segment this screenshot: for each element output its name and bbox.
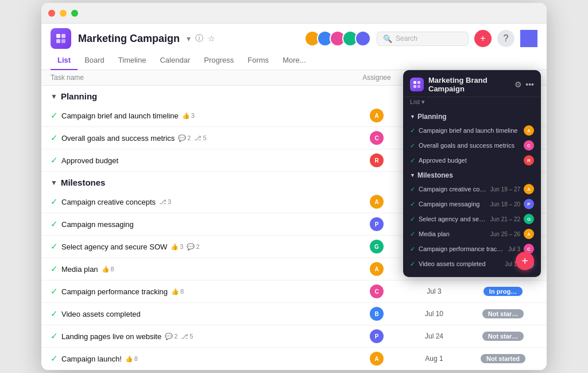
sp-section-planning-label: Planning xyxy=(417,113,447,121)
tab-progress[interactable]: Progress xyxy=(197,51,241,70)
avatar-5 xyxy=(355,30,371,47)
due-date: Jul 24 xyxy=(400,332,469,340)
tab-calendar[interactable]: Calendar xyxy=(153,51,197,70)
tab-more[interactable]: More... xyxy=(276,51,312,70)
search-bar[interactable]: 🔍 Search xyxy=(377,32,469,46)
check-icon: ✓ xyxy=(51,133,58,143)
avatar: P xyxy=(370,217,384,231)
svg-rect-5 xyxy=(417,81,420,84)
check-icon: ✓ xyxy=(51,241,58,252)
star-icon[interactable]: ☆ xyxy=(208,34,215,43)
sp-section-milestones[interactable]: ▼ Milestones xyxy=(403,168,541,182)
dropdown-icon[interactable]: ▾ xyxy=(187,34,191,43)
sp-check-icon: ✓ xyxy=(410,186,415,193)
minimize-dot[interactable] xyxy=(60,10,67,17)
list-item[interactable]: ✓ Campaign messaging Jun 18 – 20 P xyxy=(403,197,541,212)
check-icon: ✓ xyxy=(51,286,58,297)
avatar: A xyxy=(370,195,384,209)
due-date: Jul 3 xyxy=(400,287,469,295)
sp-task-name: Media plan xyxy=(419,230,487,237)
check-icon: ✓ xyxy=(51,110,58,121)
info-icon[interactable]: ⓘ xyxy=(195,33,203,44)
side-panel-actions: ⚙ ••• xyxy=(514,80,534,89)
task-name: Media plan xyxy=(61,265,98,274)
status-badge: Not started xyxy=(481,354,525,363)
check-icon: ✓ xyxy=(51,264,58,274)
header-right: 🔍 Search + ? xyxy=(304,30,537,47)
task-name: Campaign brief and launch timeline xyxy=(61,111,179,120)
check-icon: ✓ xyxy=(51,219,58,229)
sp-date: Jun 21 – 22 xyxy=(490,216,520,222)
likes-icon: 👍 3 xyxy=(171,243,183,251)
sp-date: Jun 18 – 20 xyxy=(490,201,520,207)
subtasks-icon: ⎇ 5 xyxy=(181,333,193,340)
sp-task-name: Campaign performance track… xyxy=(419,245,505,252)
list-item[interactable]: ✓ Overall goals and success metrics C xyxy=(403,138,541,153)
chevron-down-icon: ▼ xyxy=(51,179,57,187)
sp-date: Jun 25 – 26 xyxy=(490,231,520,237)
check-icon: ✓ xyxy=(51,353,58,364)
task-name: Campaign launch! xyxy=(61,355,122,363)
list-item[interactable]: ✓ Select agency and secu… Jun 21 – 22 G xyxy=(403,212,541,226)
sp-section-milestones-label: Milestones xyxy=(417,171,453,179)
list-item[interactable]: ✓ Campaign creative conc… Jun 19 – 27 A xyxy=(403,182,541,197)
settings-icon[interactable]: ⚙ xyxy=(514,80,522,89)
check-icon: ✓ xyxy=(51,331,58,341)
sp-check-icon: ✓ xyxy=(410,230,415,238)
tab-board[interactable]: Board xyxy=(78,51,111,70)
section-planning-label: Planning xyxy=(61,91,97,101)
sp-task-name: Campaign brief and launch timeline xyxy=(419,127,520,134)
avatar: P xyxy=(370,329,384,343)
title-bar xyxy=(41,3,547,24)
fab-add-button[interactable]: + xyxy=(516,252,534,270)
help-button[interactable]: ? xyxy=(497,30,514,47)
nav-tabs: List Board Timeline Calendar Progress Fo… xyxy=(41,51,547,70)
avatar: C xyxy=(370,284,384,298)
svg-rect-4 xyxy=(413,81,416,84)
check-icon: ✓ xyxy=(51,155,58,166)
task-name: Overall goals and success metrics xyxy=(61,134,175,143)
more-icon[interactable]: ••• xyxy=(525,80,534,89)
add-button[interactable]: + xyxy=(474,30,492,47)
table-row[interactable]: ✓ Video assets completed B Jul 10 Not st… xyxy=(41,303,547,325)
search-icon: 🔍 xyxy=(383,34,392,43)
sp-chevron-icon: ▼ xyxy=(410,114,415,120)
svg-rect-7 xyxy=(417,85,420,88)
close-dot[interactable] xyxy=(48,10,55,17)
side-panel: Marketing Brand Campaign ⚙ ••• List ▾ ▼ … xyxy=(403,70,541,277)
maximize-dot[interactable] xyxy=(71,10,78,17)
side-panel-header: Marketing Brand Campaign ⚙ ••• xyxy=(403,70,541,97)
tab-list[interactable]: List xyxy=(51,51,78,70)
table-row[interactable]: ✓ Campaign launch! 👍 8 A Aug 1 Not start… xyxy=(41,348,547,370)
list-item[interactable]: ✓ Approved budget R xyxy=(403,153,541,168)
likes-icon: 👍 8 xyxy=(102,266,114,273)
sp-avatar: A xyxy=(524,229,534,239)
sp-check-icon: ✓ xyxy=(410,157,415,164)
avatar: G xyxy=(370,240,384,253)
comments-icon: 💬 2 xyxy=(165,333,177,340)
table-row[interactable]: ✓ Landing pages live on website 💬 2 ⎇ 5 … xyxy=(41,325,547,348)
sp-task-name: Approved budget xyxy=(419,157,520,164)
status-badge: Not star… xyxy=(482,332,524,341)
avatar: A xyxy=(370,352,384,366)
table-row[interactable]: ✓ Campaign performance tracking 👍 8 C Ju… xyxy=(41,280,547,303)
tab-timeline[interactable]: Timeline xyxy=(111,51,153,70)
sp-section-planning[interactable]: ▼ Planning xyxy=(403,109,541,123)
user-avatar[interactable] xyxy=(520,30,537,47)
tab-forms[interactable]: Forms xyxy=(241,51,276,70)
task-name: Campaign performance tracking xyxy=(61,287,168,296)
sp-check-icon: ✓ xyxy=(410,201,415,208)
sp-task-name: Campaign creative conc… xyxy=(419,186,487,193)
due-date: Jul 10 xyxy=(400,310,469,318)
list-item[interactable]: ✓ Campaign brief and launch timeline A xyxy=(403,123,541,138)
sp-check-icon: ✓ xyxy=(410,127,415,134)
sp-task-name: Campaign messaging xyxy=(419,201,487,207)
comments-icon: 💬 2 xyxy=(187,243,199,251)
sp-avatar: R xyxy=(524,155,534,166)
sp-date: Jun 19 – 27 xyxy=(490,186,520,193)
task-name: Campaign messaging xyxy=(61,220,134,229)
list-item[interactable]: ✓ Media plan Jun 25 – 26 A xyxy=(403,226,541,241)
likes-icon: 👍 3 xyxy=(182,112,195,120)
side-panel-subtitle[interactable]: List ▾ xyxy=(403,97,541,109)
title-icons: ▾ ⓘ ☆ xyxy=(187,33,215,44)
